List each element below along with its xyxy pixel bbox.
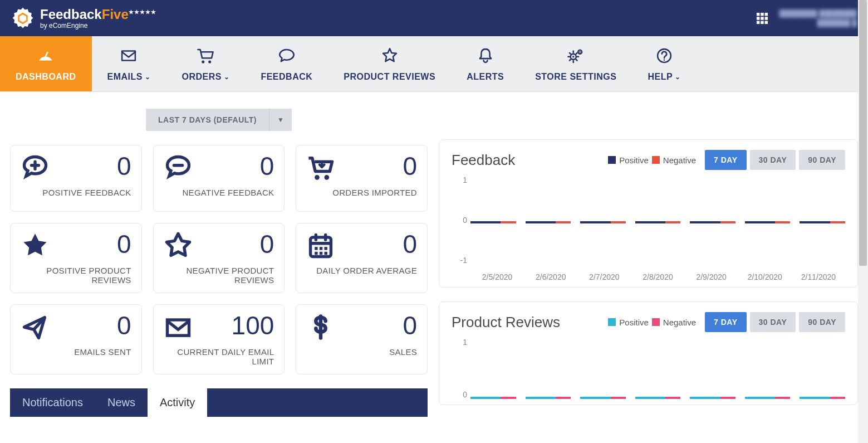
- svg-rect-27: [315, 252, 317, 255]
- chevron-down-icon: ⌄: [224, 73, 230, 81]
- reviews-legend: Positive Negative: [608, 318, 696, 327]
- bell-icon: [476, 46, 495, 67]
- logo[interactable]: FeedbackFive★★★★★ by eComEngine: [11, 7, 156, 30]
- legend-pos-swatch: [608, 318, 616, 326]
- date-range-button[interactable]: LAST 7 DAYS (DEFAULT): [146, 109, 269, 131]
- x-tick: 2/5/2020: [470, 272, 524, 281]
- reviews-title: Product Reviews: [452, 314, 560, 331]
- feedback-range-toggle: 7 DAY30 DAY90 DAY: [705, 150, 845, 170]
- svg-rect-26: [325, 247, 327, 250]
- svg-rect-24: [315, 247, 317, 250]
- tab-news[interactable]: News: [95, 388, 148, 417]
- brand-tagline: by eComEngine: [40, 22, 156, 29]
- svg-rect-25: [320, 247, 322, 250]
- legend-neg-label: Negative: [663, 318, 696, 327]
- chart-bar: [745, 397, 791, 399]
- dollar-icon: [306, 313, 335, 344]
- stat-positive-feedback[interactable]: 0POSITIVE FEEDBACK: [10, 145, 142, 212]
- nav-help[interactable]: HELP⌄: [632, 36, 696, 91]
- nav-store-settings[interactable]: STORE SETTINGS: [519, 36, 632, 91]
- logo-icon: [11, 7, 35, 30]
- nav-label: STORE SETTINGS: [535, 72, 616, 82]
- user-line1: ████████ ████████: [779, 9, 857, 18]
- nav-feedback[interactable]: FEEDBACK: [245, 36, 328, 91]
- chart-bar: [745, 221, 791, 223]
- scrollbar[interactable]: [858, 0, 868, 417]
- y-tick: 0: [452, 390, 467, 399]
- chevron-down-icon: ⌄: [145, 73, 151, 81]
- svg-rect-6: [761, 17, 764, 20]
- stat-label: POSITIVE PRODUCT REVIEWS: [21, 266, 131, 285]
- chart-bar: [580, 397, 626, 399]
- stat-value: 0: [403, 153, 417, 179]
- bottom-tabs: NotificationsNewsActivity: [10, 388, 428, 417]
- stat-label: NEGATIVE FEEDBACK: [164, 188, 274, 197]
- nav-label: HELP: [648, 72, 673, 82]
- svg-rect-4: [764, 12, 768, 16]
- svg-point-13: [202, 60, 205, 63]
- nav-label: EMAILS: [107, 72, 143, 82]
- chart-bar: [635, 221, 681, 223]
- date-range-caret[interactable]: ▼: [269, 109, 292, 131]
- nav-emails[interactable]: EMAILS⌄: [92, 36, 166, 91]
- chart-bar: [470, 397, 516, 399]
- range-90-day[interactable]: 90 DAY: [799, 312, 845, 332]
- stat-negative-feedback[interactable]: 0NEGATIVE FEEDBACK: [153, 145, 285, 212]
- user-line2: ███████ █: [779, 18, 857, 28]
- stat-cards: 0POSITIVE FEEDBACK0NEGATIVE FEEDBACK0ORD…: [10, 145, 428, 374]
- tab-notifications[interactable]: Notifications: [10, 388, 95, 417]
- star-icon: [380, 46, 399, 67]
- star-fill-icon: [21, 231, 50, 262]
- y-tick: 1: [452, 176, 467, 184]
- stat-current-daily-email-limit[interactable]: 100CURRENT DAILY EMAIL LIMIT: [153, 304, 285, 374]
- main-nav: DASHBOARDEMAILS⌄ORDERS⌄FEEDBACKPRODUCT R…: [0, 36, 868, 92]
- range-7-day[interactable]: 7 DAY: [705, 312, 746, 332]
- gears-icon: [566, 46, 585, 67]
- nav-orders[interactable]: ORDERS⌄: [166, 36, 245, 91]
- stat-label: SALES: [306, 347, 417, 357]
- svg-point-18: [580, 51, 581, 52]
- cart-down-icon: [306, 153, 335, 184]
- legend-pos-swatch: [608, 156, 616, 164]
- svg-rect-9: [761, 21, 764, 24]
- svg-rect-2: [757, 12, 760, 16]
- x-tick: 2/10/2020: [738, 272, 792, 281]
- svg-point-21: [315, 175, 320, 180]
- legend-pos-label: Positive: [619, 318, 649, 327]
- chart-bar: [635, 397, 681, 399]
- stat-label: NEGATIVE PRODUCT REVIEWS: [164, 266, 274, 285]
- nav-label: PRODUCT REVIEWS: [344, 72, 435, 82]
- stat-emails-sent[interactable]: 0EMAILS SENT: [10, 304, 142, 374]
- svg-rect-28: [320, 252, 322, 255]
- feedback-title: Feedback: [452, 152, 515, 169]
- svg-rect-29: [325, 252, 327, 255]
- tab-activity[interactable]: Activity: [148, 388, 207, 417]
- stat-label: CURRENT DAILY EMAIL LIMIT: [164, 347, 274, 366]
- chart-bar: [526, 397, 571, 399]
- stat-sales[interactable]: 0SALES: [296, 304, 428, 374]
- nav-alerts[interactable]: ALERTS: [451, 36, 519, 91]
- svg-point-14: [209, 60, 212, 63]
- stat-daily-order-average[interactable]: 0DAILY ORDER AVERAGE: [296, 223, 428, 293]
- stat-value: 0: [117, 313, 131, 338]
- nav-label: FEEDBACK: [261, 72, 312, 82]
- chart-bar: [800, 397, 845, 399]
- range-30-day[interactable]: 30 DAY: [750, 312, 796, 332]
- stat-negative-product-reviews[interactable]: 0NEGATIVE PRODUCT REVIEWS: [153, 223, 285, 293]
- nav-dashboard[interactable]: DASHBOARD: [0, 36, 92, 91]
- range-7-day[interactable]: 7 DAY: [705, 150, 746, 170]
- svg-rect-7: [764, 17, 768, 20]
- range-30-day[interactable]: 30 DAY: [750, 150, 796, 170]
- nav-label: DASHBOARD: [16, 72, 76, 82]
- feedback-chart: 10-1 2/5/20202/6/20202/7/20202/8/20202/9…: [452, 176, 845, 281]
- app-grid-icon[interactable]: [756, 12, 768, 25]
- stat-value: 0: [117, 231, 131, 257]
- range-90-day[interactable]: 90 DAY: [799, 150, 845, 170]
- stat-positive-product-reviews[interactable]: 0POSITIVE PRODUCT REVIEWS: [10, 223, 142, 293]
- envelope-icon: [164, 313, 193, 344]
- user-menu[interactable]: ████████ ████████ ███████ █: [779, 9, 857, 28]
- stat-orders-imported[interactable]: 0ORDERS IMPORTED: [296, 145, 428, 212]
- nav-product-reviews[interactable]: PRODUCT REVIEWS: [328, 36, 451, 91]
- brand-b: Five: [102, 7, 129, 22]
- nav-label: ALERTS: [467, 72, 504, 82]
